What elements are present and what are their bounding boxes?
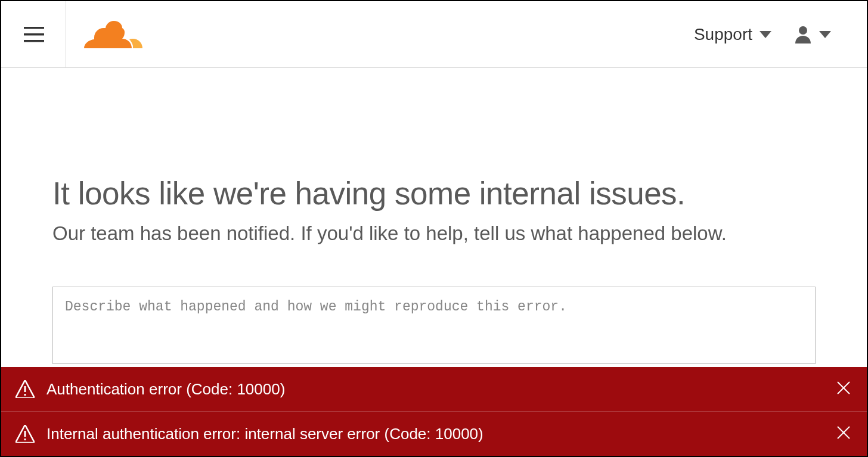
svg-rect-5 bbox=[24, 394, 26, 396]
close-button[interactable] bbox=[835, 424, 852, 444]
user-icon bbox=[795, 26, 811, 43]
error-banners: Authentication error (Code: 10000) Inter… bbox=[1, 367, 867, 456]
hamburger-icon bbox=[24, 27, 44, 42]
support-dropdown[interactable]: Support bbox=[694, 25, 771, 44]
cloudflare-logo[interactable] bbox=[84, 21, 142, 48]
header-right: Support bbox=[694, 25, 849, 44]
error-subheading: Our team has been notified. If you'd lik… bbox=[52, 222, 816, 245]
menu-button[interactable] bbox=[19, 20, 49, 49]
svg-rect-4 bbox=[24, 386, 26, 392]
svg-point-3 bbox=[799, 26, 807, 35]
error-message: Authentication error (Code: 10000) bbox=[46, 380, 835, 399]
svg-rect-9 bbox=[24, 439, 26, 440]
close-icon bbox=[837, 426, 850, 439]
feedback-textarea[interactable] bbox=[52, 287, 816, 364]
warning-icon bbox=[16, 380, 35, 398]
support-label: Support bbox=[694, 25, 752, 44]
caret-down-icon bbox=[760, 31, 771, 38]
cloud-icon bbox=[84, 21, 142, 48]
error-banner: Authentication error (Code: 10000) bbox=[1, 367, 867, 412]
error-heading: It looks like we're having some internal… bbox=[52, 175, 816, 212]
svg-rect-2 bbox=[24, 40, 44, 42]
error-message: Internal authentication error: internal … bbox=[46, 425, 835, 443]
close-icon bbox=[837, 381, 850, 394]
svg-rect-8 bbox=[24, 431, 26, 437]
header: Support bbox=[1, 1, 867, 68]
header-divider bbox=[66, 1, 66, 68]
caret-down-icon bbox=[819, 31, 831, 38]
warning-icon bbox=[16, 425, 35, 443]
user-dropdown[interactable] bbox=[795, 26, 831, 43]
close-button[interactable] bbox=[835, 379, 852, 399]
main-content: It looks like we're having some internal… bbox=[1, 68, 867, 366]
error-banner: Internal authentication error: internal … bbox=[1, 412, 867, 456]
svg-rect-1 bbox=[24, 33, 44, 36]
svg-rect-0 bbox=[24, 27, 44, 29]
